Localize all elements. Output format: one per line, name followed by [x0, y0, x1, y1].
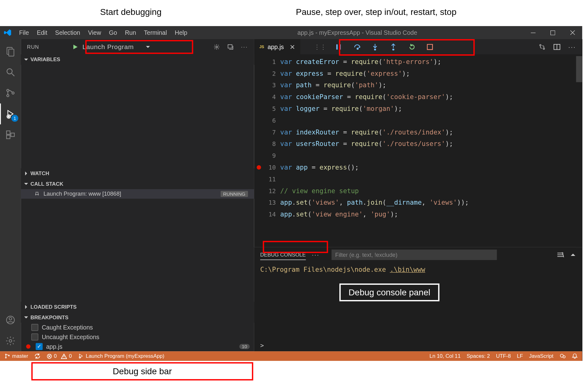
annotation-debug-controls: Pause, step over, step in/out, restart, … [296, 7, 457, 17]
more-actions-icon[interactable]: ··· [241, 44, 248, 50]
section-callstack-header[interactable]: CALL STACK [21, 179, 254, 189]
svg-point-28 [5, 357, 6, 358]
status-cursor-position[interactable]: Ln 10, Col 11 [430, 353, 461, 359]
bp-file-row[interactable]: ✓ app.js 10 [21, 342, 254, 351]
menu-file[interactable]: File [15, 26, 33, 39]
section-breakpoints-header[interactable]: BREAKPOINTS [21, 312, 254, 323]
callstack-item[interactable]: Launch Program: www [10868] RUNNING [21, 189, 254, 198]
menu-terminal[interactable]: Terminal [140, 26, 171, 39]
panel-filter-input[interactable]: Filter (e.g. text, !exclude) [332, 250, 497, 260]
restart-button[interactable] [409, 43, 417, 50]
section-loaded-scripts-header[interactable]: LOADED SCRIPTS [21, 302, 254, 312]
window-title: app.js - myExpressApp - Visual Studio Co… [191, 29, 523, 36]
status-encoding[interactable]: UTF-8 [496, 353, 511, 359]
status-notifications-icon[interactable] [572, 353, 578, 359]
menu-selection[interactable]: Selection [51, 26, 84, 39]
checkbox-unchecked-icon[interactable] [31, 324, 38, 331]
section-variables-label: VARIABLES [30, 57, 60, 63]
svg-rect-0 [531, 32, 535, 33]
status-bar: master 0 0 Launch Program (myExpressApp)… [0, 351, 582, 361]
vertical-scrollbar[interactable] [576, 54, 582, 247]
bp-uncaught-exceptions[interactable]: Uncaught Exceptions [21, 332, 254, 342]
activity-extensions-icon[interactable] [0, 124, 21, 145]
menu-go[interactable]: Go [105, 26, 121, 39]
svg-rect-3 [9, 49, 14, 56]
status-eol[interactable]: LF [517, 353, 523, 359]
tab-close-icon[interactable] [290, 44, 295, 49]
svg-rect-1 [551, 30, 555, 35]
menu-view[interactable]: View [84, 26, 105, 39]
console-input-prompt[interactable]: > [254, 342, 582, 351]
checkbox-checked-icon[interactable]: ✓ [36, 343, 43, 350]
sidebar-title: RUN [27, 44, 39, 50]
step-into-button[interactable] [372, 43, 381, 50]
svg-point-24 [540, 44, 541, 46]
status-feedback-icon[interactable] [559, 353, 566, 359]
vscode-logo-icon [0, 29, 15, 36]
run-config-selector[interactable]: Launch Program [68, 43, 155, 51]
gutter-breakpoint-icon[interactable] [257, 165, 261, 170]
window-maximize-button[interactable] [543, 26, 563, 39]
status-debug-target[interactable]: Launch Program (myExpressApp) [78, 353, 164, 359]
status-indent[interactable]: Spaces: 2 [467, 353, 490, 359]
activity-account-icon[interactable] [0, 310, 21, 330]
console-output-line: C:\Program Files\nodejs\node.exe .\bin\w… [260, 266, 576, 273]
bp-uncaught-label: Uncaught Exceptions [42, 334, 99, 340]
debug-toolbar: ⋮⋮ [309, 43, 441, 50]
status-problems[interactable]: 0 0 [46, 353, 72, 359]
split-editor-icon[interactable] [554, 43, 560, 50]
step-out-button[interactable] [390, 43, 399, 50]
activity-explorer-icon[interactable] [0, 41, 21, 62]
editor-area: JS app.js ⋮⋮ [254, 39, 582, 351]
settings-gear-icon[interactable] [213, 43, 220, 50]
editor-tab-appjs[interactable]: JS app.js [254, 39, 301, 54]
window-close-button[interactable] [563, 26, 582, 39]
section-watch-header[interactable]: WATCH [21, 168, 254, 179]
activity-scm-icon[interactable] [0, 83, 21, 103]
svg-point-27 [5, 354, 6, 355]
svg-point-20 [357, 48, 358, 49]
activity-settings-icon[interactable] [0, 330, 21, 351]
toolbar-grip-icon[interactable]: ⋮⋮ [314, 43, 326, 50]
svg-point-7 [12, 92, 14, 94]
more-editor-actions-icon[interactable]: ··· [568, 43, 576, 50]
status-branch[interactable]: master [4, 353, 28, 359]
js-file-icon: JS [259, 45, 264, 49]
code-editor[interactable]: 1234567891011121314 var createError = re… [254, 54, 582, 247]
bp-file-count: 10 [239, 344, 250, 349]
annotation-start-debugging: Start debugging [100, 7, 162, 17]
compare-changes-icon[interactable] [539, 43, 546, 50]
activity-debug-icon[interactable]: 1 [0, 103, 21, 124]
chevron-down-icon[interactable] [145, 44, 150, 49]
start-debug-icon[interactable] [72, 44, 78, 50]
bp-caught-exceptions[interactable]: Caught Exceptions [21, 323, 254, 332]
svg-point-6 [7, 95, 9, 97]
stop-button[interactable] [427, 44, 436, 50]
panel-more-icon[interactable]: ··· [312, 251, 319, 258]
panel-filter-placeholder: Filter (e.g. text, !exclude) [335, 252, 397, 258]
menu-help[interactable]: Help [171, 26, 191, 39]
checkbox-unchecked-icon[interactable] [31, 334, 38, 340]
panel-tab-debug-console[interactable]: DEBUG CONSOLE [260, 250, 306, 260]
callstack-item-status: RUNNING [220, 191, 248, 197]
callstack-item-label: Launch Program: www [10868] [44, 190, 220, 197]
clear-console-icon[interactable] [557, 252, 564, 258]
debug-badge: 1 [11, 115, 18, 122]
step-over-button[interactable] [354, 44, 363, 50]
section-watch-label: WATCH [30, 170, 49, 176]
section-variables-header[interactable]: VARIABLES [21, 54, 254, 65]
menu-edit[interactable]: Edit [33, 26, 51, 39]
activity-search-icon[interactable] [0, 62, 21, 83]
run-config-label: Launch Program [82, 43, 141, 51]
svg-rect-19 [340, 44, 341, 49]
menu-run[interactable]: Run [121, 26, 140, 39]
status-language[interactable]: JavaScript [529, 353, 553, 359]
window-minimize-button[interactable] [523, 26, 543, 39]
pause-button[interactable] [336, 44, 344, 50]
tab-label: app.js [268, 43, 284, 50]
highlight-debug-sidebar: Debug side bar [31, 362, 253, 380]
status-sync[interactable] [34, 353, 40, 359]
title-bar: FileEditSelectionViewGoRunTerminalHelp a… [0, 26, 582, 39]
panel-collapse-icon[interactable] [570, 252, 576, 258]
debug-console-toggle-icon[interactable] [227, 43, 234, 50]
